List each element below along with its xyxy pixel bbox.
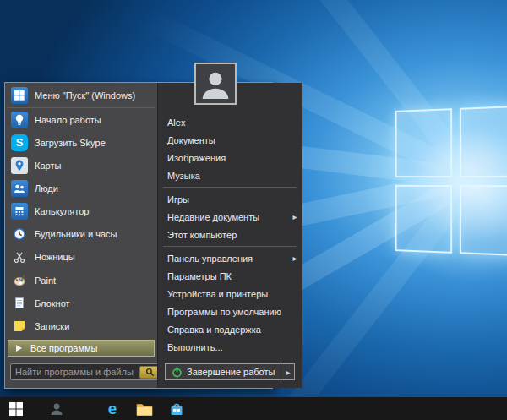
file-explorer-icon [136,402,153,416]
item-paint[interactable]: Paint [5,269,157,292]
windows-logo-pane [459,185,507,257]
taskbar-start-button[interactable] [0,397,32,420]
taskbar-store-button[interactable] [161,397,193,420]
menu-item-label: Параметры ПК [167,271,232,281]
item-sticky-notes[interactable]: Записки [5,314,157,337]
menu-item-label: Записки [35,321,69,331]
item-notepad[interactable]: Блокнот [5,292,157,314]
all-programs-label: Все программы [30,343,97,353]
search-input[interactable] [11,367,139,377]
item-pictures[interactable]: Изображения [158,149,302,166]
item-control-panel[interactable]: Панель управления ▸ [158,249,302,267]
separator [163,246,297,247]
calculator-icon [11,203,28,220]
shutdown-label: Завершение работы [187,367,275,377]
taskbar: e [0,397,507,420]
item-music[interactable]: Музыка [158,166,302,184]
menu-item-label: Устройства и принтеры [167,289,268,299]
item-run[interactable]: Выполнить... [158,338,302,356]
item-this-pc[interactable]: Этот компьютер [158,226,302,243]
people-icon [11,180,28,197]
user-name: Alex [167,117,185,128]
start-menu-right-column: Alex Документы Изображения Музыка Игры Н… [157,83,302,388]
shutdown-row: Завершение работы ▸ [158,363,302,380]
menu-item-label: Программы по умолчанию [167,307,281,317]
windows-logo [395,106,507,256]
start-menu: Меню "Пуск" (Windows) Начало работы S За… [4,82,273,389]
windows-logo-pane [395,184,452,253]
desktop: Меню "Пуск" (Windows) Начало работы S За… [0,0,507,420]
taskbar-cortana-button[interactable] [41,397,73,420]
search-box [10,363,163,380]
submenu-arrow-icon: ▸ [292,213,297,221]
search-row [5,358,157,388]
shutdown-options-arrow[interactable]: ▸ [281,364,294,379]
start-menu-left-column: Меню "Пуск" (Windows) Начало работы S За… [5,83,157,388]
menu-item-label: Начало работы [35,115,101,125]
menu-item-label: Загрузить Skype [35,138,106,148]
windows-start-icon [9,402,23,416]
scissors-icon [11,248,28,265]
menu-item-label: Недавние документы [167,212,259,222]
menu-item-label: Выполнить... [167,342,223,352]
user-name-item[interactable]: Alex [158,113,302,131]
item-skype[interactable]: S Загрузить Skype [5,131,157,154]
item-recent-documents[interactable]: Недавние документы ▸ [158,208,302,226]
alarm-clock-icon [11,226,28,243]
submenu-arrow-icon: ▸ [292,254,297,263]
item-pc-settings[interactable]: Параметры ПК [158,267,302,285]
magnifier-icon [145,368,155,377]
maps-icon [11,157,28,174]
start-menu-header-label: Меню "Пуск" (Windows) [35,90,135,101]
item-snipping-tool[interactable]: Ножницы [5,246,157,269]
item-documents[interactable]: Документы [158,131,302,149]
skype-letter: S [16,136,24,149]
item-devices-printers[interactable]: Устройства и принтеры [158,285,302,303]
all-programs-arrow-icon [13,342,25,354]
menu-item-label: Будильники и часы [35,229,117,239]
edge-icon: e [108,401,117,417]
sticky-note-icon [11,318,28,335]
menu-item-label: Карты [35,161,61,171]
lightbulb-icon [11,112,28,128]
taskbar-file-explorer-button[interactable] [128,397,161,420]
menu-item-label: Игры [167,194,189,205]
shutdown-button[interactable]: Завершение работы ▸ [165,363,295,380]
item-alarms-clock[interactable]: Будильники и часы [5,223,157,246]
menu-item-label: Этот компьютер [167,230,237,240]
menu-item-label: Ножницы [35,252,75,262]
item-default-programs[interactable]: Программы по умолчанию [158,303,302,320]
menu-item-label: Изображения [167,153,226,163]
user-avatar-icon [199,67,232,101]
power-icon [172,367,183,378]
menu-item-label: Люди [35,183,58,194]
start-menu-header-item[interactable]: Меню "Пуск" (Windows) [5,83,157,107]
menu-item-label: Панель управления [167,254,253,264]
menu-item-label: Документы [167,135,215,145]
taskbar-edge-button[interactable]: e [96,397,128,420]
item-help-support[interactable]: Справка и поддержка [158,320,302,338]
user-avatar[interactable] [194,63,237,105]
skype-icon: S [11,134,28,151]
paint-palette-icon [11,272,28,289]
item-get-started[interactable]: Начало работы [5,108,157,131]
item-maps[interactable]: Карты [5,154,157,177]
separator [163,187,297,188]
store-icon [169,401,184,417]
all-programs-button[interactable]: Все программы [8,340,155,356]
item-people[interactable]: Люди [5,177,157,200]
menu-item-label: Блокнот [35,298,70,308]
menu-item-label: Музыка [167,171,200,181]
menu-item-label: Paint [35,275,56,286]
start-logo-icon [11,87,28,104]
windows-logo-pane [395,108,452,177]
windows-logo-pane [459,106,507,177]
cortana-icon [49,401,64,417]
item-calculator[interactable]: Калькулятор [5,200,157,223]
notepad-icon [11,295,28,312]
item-games[interactable]: Игры [158,190,302,208]
menu-item-label: Справка и поддержка [167,325,261,335]
menu-item-label: Калькулятор [35,206,89,216]
